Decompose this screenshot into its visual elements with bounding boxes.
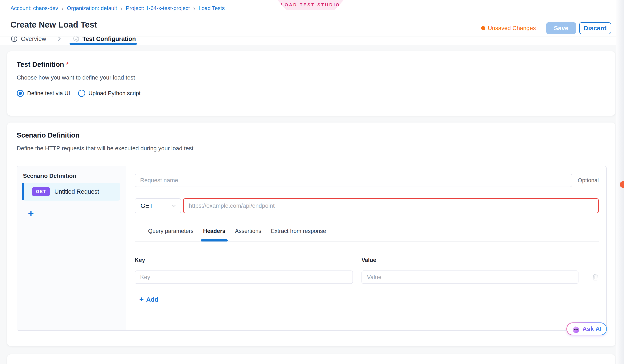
request-list-item[interactable]: GET Untitled Request bbox=[23, 183, 120, 201]
headers-row bbox=[135, 270, 599, 284]
breadcrumb-separator-icon: › bbox=[193, 6, 195, 11]
subtab-assertions[interactable]: Assertions bbox=[235, 228, 261, 242]
next-section-card bbox=[7, 354, 615, 364]
app-header: Account: chaos-dev › Organization: defau… bbox=[0, 0, 624, 36]
scenario-sidebar: Scenario Definition GET Untitled Request… bbox=[17, 166, 126, 330]
bot-icon bbox=[572, 325, 580, 333]
gear-icon bbox=[73, 37, 79, 42]
request-name-label: Untitled Request bbox=[54, 188, 99, 195]
url-input[interactable] bbox=[183, 198, 599, 213]
request-subtabs: Query parameters Headers Assertions Extr… bbox=[135, 228, 599, 242]
breadcrumb: Account: chaos-dev › Organization: defau… bbox=[10, 5, 225, 11]
trash-icon bbox=[592, 273, 599, 281]
required-asterisk: * bbox=[66, 61, 69, 68]
subtab-headers[interactable]: Headers bbox=[203, 228, 226, 242]
radio-define-test-via-ui[interactable]: Define test via UI bbox=[17, 90, 70, 97]
radio-upload-python-script[interactable]: Upload Python script bbox=[78, 90, 141, 97]
tab-overview-label: Overview bbox=[21, 37, 46, 42]
unsaved-changes-dot-icon bbox=[481, 26, 485, 30]
optional-label: Optional bbox=[578, 177, 599, 184]
test-definition-description: Choose how you want to define your load … bbox=[17, 74, 606, 81]
subtab-extract-from-response[interactable]: Extract from response bbox=[271, 228, 326, 242]
active-tab-indicator bbox=[70, 43, 137, 45]
request-name-input[interactable] bbox=[135, 174, 572, 187]
unsaved-changes-status: Unsaved Changes bbox=[481, 25, 536, 31]
page-title: Create New Load Test bbox=[10, 20, 97, 29]
chevron-right-icon bbox=[56, 37, 62, 42]
test-definition-options: Define test via UI Upload Python script bbox=[17, 90, 606, 97]
breadcrumb-separator-icon: › bbox=[120, 6, 122, 11]
request-name-row: Optional bbox=[135, 174, 599, 187]
value-column-label: Value bbox=[362, 257, 578, 263]
radio-unselected-icon[interactable] bbox=[78, 90, 85, 97]
header-value-input[interactable] bbox=[362, 270, 578, 284]
add-header-button[interactable]: + Add bbox=[139, 296, 158, 303]
add-header-button-label: Add bbox=[146, 296, 158, 303]
scenario-sidebar-title: Scenario Definition bbox=[23, 173, 120, 179]
load-test-studio-badge-label: LOAD TEST STUDIO bbox=[281, 2, 340, 7]
breadcrumb-separator-icon: › bbox=[61, 6, 63, 11]
scenario-definition-description: Define the HTTP requests that will be ex… bbox=[17, 145, 606, 152]
save-button[interactable]: Save bbox=[546, 22, 576, 34]
method-select-value: GET bbox=[141, 202, 153, 209]
request-url-row: GET bbox=[135, 198, 599, 213]
add-request-button[interactable]: + bbox=[26, 209, 36, 218]
subtab-query-parameters[interactable]: Query parameters bbox=[148, 228, 194, 242]
test-definition-title: Test Definition * bbox=[17, 61, 606, 69]
scenario-definition-card: Scenario Definition Define the HTTP requ… bbox=[7, 122, 615, 346]
breadcrumb-load-tests[interactable]: Load Tests bbox=[199, 5, 225, 11]
load-test-studio-badge: LOAD TEST STUDIO bbox=[277, 0, 344, 10]
radio-define-test-via-ui-label: Define test via UI bbox=[27, 90, 70, 97]
plus-icon: + bbox=[139, 296, 144, 303]
tab-test-configuration-label: Test Configuration bbox=[82, 37, 136, 42]
load-test-studio-screen: Account: chaos-dev › Organization: defau… bbox=[0, 0, 624, 364]
info-circle-icon bbox=[10, 37, 18, 43]
breadcrumb-project[interactable]: Project: 1-64-x-test-project bbox=[126, 5, 190, 11]
method-badge: GET bbox=[32, 187, 50, 196]
delete-header-row-button[interactable] bbox=[591, 273, 599, 282]
tab-overview[interactable]: Overview bbox=[10, 37, 46, 43]
header-actions: Unsaved Changes Save Discard bbox=[481, 22, 611, 34]
key-column-label: Key bbox=[135, 257, 353, 263]
scenario-definition-title: Scenario Definition bbox=[17, 131, 606, 139]
chevron-down-icon bbox=[171, 203, 177, 209]
request-editor: Optional GET Query parameters Headers As… bbox=[126, 166, 606, 330]
method-select[interactable]: GET bbox=[135, 198, 181, 213]
test-definition-card: Test Definition * Choose how you want to… bbox=[7, 51, 615, 116]
ask-ai-label: Ask AI bbox=[582, 325, 602, 333]
ask-ai-button[interactable]: Ask AI bbox=[566, 322, 607, 335]
tab-test-configuration[interactable]: Test Configuration bbox=[73, 37, 136, 42]
headers-column-labels: Key Value bbox=[135, 257, 599, 263]
unsaved-changes-label: Unsaved Changes bbox=[488, 25, 536, 31]
scenario-builder-panel: Scenario Definition GET Untitled Request… bbox=[17, 166, 607, 331]
test-definition-title-text: Test Definition bbox=[17, 61, 64, 68]
header-key-input[interactable] bbox=[135, 270, 353, 284]
discard-button[interactable]: Discard bbox=[579, 22, 611, 34]
breadcrumb-account[interactable]: Account: chaos-dev bbox=[10, 5, 58, 11]
breadcrumb-organization[interactable]: Organization: default bbox=[67, 5, 117, 11]
page-tabbar: Overview Test Configuration bbox=[0, 37, 624, 45]
radio-selected-icon[interactable] bbox=[17, 90, 24, 97]
radio-upload-python-script-label: Upload Python script bbox=[89, 90, 141, 97]
